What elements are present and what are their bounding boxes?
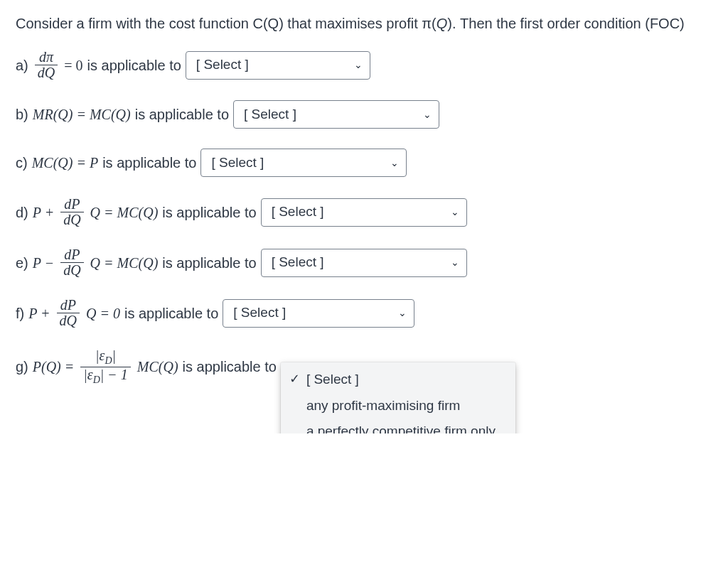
expr-prefix: P(Q) = bbox=[33, 356, 74, 377]
fraction-dpi-dq: dπ dQ bbox=[35, 50, 58, 80]
select-d[interactable]: [ Select ] ⌄ bbox=[261, 198, 467, 227]
applicable-label: is applicable to bbox=[162, 252, 256, 274]
numerator: dP bbox=[61, 247, 82, 262]
item-letter: e) bbox=[16, 252, 28, 274]
expr-suffix: Q = MC(Q) bbox=[90, 202, 159, 223]
applicable-label: is applicable to bbox=[162, 202, 256, 223]
applicable-label: is applicable to bbox=[124, 303, 218, 324]
item-c: c) MC(Q) = P is applicable to [ Select ]… bbox=[16, 149, 712, 177]
item-letter: b) bbox=[16, 104, 28, 125]
menu-option-any-firm[interactable]: any profit-maximising firm bbox=[281, 393, 515, 419]
select-value: [ Select ] bbox=[211, 153, 264, 173]
denominator: dQ bbox=[35, 65, 58, 80]
fraction-dp-dq: dP dQ bbox=[57, 298, 80, 328]
intro-text: Consider a firm with the cost function C… bbox=[16, 16, 685, 31]
select-value: [ Select ] bbox=[272, 202, 324, 222]
select-f[interactable]: [ Select ] ⌄ bbox=[223, 299, 414, 328]
select-value: [ Select ] bbox=[233, 303, 286, 323]
select-c[interactable]: [ Select ] ⌄ bbox=[200, 149, 407, 177]
item-g: g) P(Q) = |εD| |εD| − 1 MC(Q) is applica… bbox=[16, 348, 712, 385]
applicable-label: is applicable to bbox=[183, 356, 277, 377]
denominator: |εD| − 1 bbox=[80, 367, 131, 386]
denominator: dQ bbox=[60, 212, 83, 227]
numerator: dP bbox=[58, 298, 79, 313]
chevron-down-icon: ⌄ bbox=[451, 205, 459, 220]
expr-prefix: P − bbox=[33, 252, 54, 274]
fraction-dp-dq: dP dQ bbox=[60, 247, 83, 278]
item-d: d) P + dP dQ Q = MC(Q) is applicable to … bbox=[16, 197, 712, 227]
dropdown-menu: [ Select ] any profit-maximising firm a … bbox=[281, 362, 515, 433]
denominator: dQ bbox=[60, 263, 83, 278]
item-f: f) P + dP dQ Q = 0 is applicable to [ Se… bbox=[16, 298, 712, 328]
numerator: |εD| bbox=[92, 348, 119, 367]
item-letter: a) bbox=[16, 55, 28, 76]
item-b: b) MR(Q) = MC(Q) is applicable to [ Sele… bbox=[16, 100, 712, 129]
item-letter: f) bbox=[16, 303, 24, 324]
question-intro: Consider a firm with the cost function C… bbox=[16, 13, 712, 34]
select-a[interactable]: [ Select ] ⌄ bbox=[186, 51, 370, 80]
item-a: a) dπ dQ = 0 is applicable to [ Select ]… bbox=[16, 50, 712, 80]
chevron-down-icon: ⌄ bbox=[423, 107, 432, 122]
chevron-down-icon: ⌄ bbox=[390, 156, 399, 171]
menu-option-selected[interactable]: [ Select ] bbox=[281, 367, 515, 393]
select-b[interactable]: [ Select ] ⌄ bbox=[233, 100, 439, 129]
expr-suffix: MC(Q) bbox=[137, 356, 178, 377]
numerator: dπ bbox=[36, 50, 56, 65]
applicable-label: is applicable to bbox=[102, 152, 196, 173]
item-letter: c) bbox=[16, 152, 28, 173]
item-letter: g) bbox=[16, 356, 28, 377]
applicable-label: is applicable to bbox=[87, 55, 181, 76]
fraction-dp-dq: dP dQ bbox=[60, 197, 83, 227]
select-value: [ Select ] bbox=[244, 104, 296, 125]
numerator: dP bbox=[61, 197, 82, 212]
select-value: [ Select ] bbox=[196, 55, 249, 75]
expr-suffix: Q = 0 bbox=[86, 303, 120, 324]
expr-suffix: Q = MC(Q) bbox=[90, 252, 159, 274]
select-e[interactable]: [ Select ] ⌄ bbox=[261, 249, 467, 277]
expr-prefix: P + bbox=[28, 303, 50, 324]
fraction-elasticity: |εD| |εD| − 1 bbox=[80, 348, 131, 385]
expr-mr-mc: MR(Q) = MC(Q) bbox=[33, 104, 131, 125]
item-letter: d) bbox=[16, 202, 28, 223]
chevron-down-icon: ⌄ bbox=[354, 58, 363, 72]
item-e: e) P − dP dQ Q = MC(Q) is applicable to … bbox=[16, 247, 712, 278]
expr-prefix: P + bbox=[33, 202, 54, 223]
equals-zero: = 0 bbox=[64, 55, 82, 76]
chevron-down-icon: ⌄ bbox=[398, 306, 407, 320]
expr-mc-p: MC(Q) = P bbox=[32, 152, 98, 173]
menu-option-competitive[interactable]: a perfectly competitive firm only bbox=[281, 419, 515, 433]
applicable-label: is applicable to bbox=[135, 104, 229, 125]
select-value: [ Select ] bbox=[272, 252, 324, 273]
chevron-down-icon: ⌄ bbox=[451, 255, 459, 270]
denominator: dQ bbox=[57, 313, 80, 328]
